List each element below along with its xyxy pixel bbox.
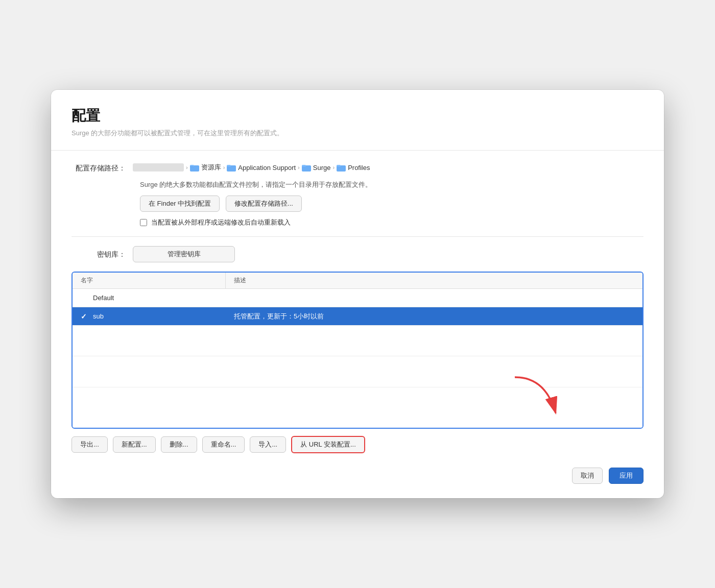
path-segment-library: 资源库 [190, 163, 221, 172]
page-title: 配置 [72, 106, 644, 126]
surge-label: Surge [313, 164, 331, 172]
blurred-path [133, 163, 184, 172]
cell-name-default: ✓ Default [73, 290, 226, 306]
change-path-button[interactable]: 修改配置存储路径... [226, 195, 302, 212]
appsupport-label: Application Support [238, 164, 296, 172]
folder-icon-appsupport [227, 164, 236, 172]
col-header-name: 名字 [73, 273, 226, 288]
auto-reload-row: 当配置被从外部程序或远端修改后自动重新载入 [140, 218, 644, 227]
arrow-indicator [499, 372, 571, 423]
action-buttons-row: 导出... 新配置... 删除... 重命名... 导入... 从 URL 安装… [72, 436, 644, 453]
arrow-area [73, 387, 642, 428]
table-row[interactable]: ✓ Default [73, 289, 642, 307]
manage-keychain-button[interactable]: 管理密钥库 [133, 246, 235, 262]
svg-rect-2 [190, 165, 194, 166]
path-segment-profiles: Profiles [337, 164, 370, 172]
path-breadcrumb: › 资源库 › [133, 163, 370, 172]
finder-button[interactable]: 在 Finder 中找到配置 [140, 195, 220, 212]
delete-button[interactable]: 删除... [161, 436, 197, 453]
auto-reload-label: 当配置被从外部程序或远端修改后自动重新载入 [151, 218, 291, 227]
profiles-label: Profiles [348, 164, 370, 172]
svg-rect-4 [227, 165, 231, 166]
export-button[interactable]: 导出... [72, 436, 108, 453]
cell-desc-default [226, 294, 642, 302]
svg-rect-6 [302, 165, 306, 166]
new-config-button[interactable]: 新配置... [113, 436, 156, 453]
auto-reload-checkbox[interactable] [140, 219, 147, 226]
folder-icon-library [190, 164, 199, 172]
table-row[interactable]: ✓ sub 托管配置，更新于：5小时以前 [73, 307, 642, 326]
path-segment-blurred [133, 163, 184, 172]
cell-desc-sub: 托管配置，更新于：5小时以前 [226, 308, 642, 325]
empty-row-1 [73, 326, 642, 356]
active-checkmark-sub: ✓ [81, 312, 89, 321]
table-header: 名字 描述 [73, 273, 642, 289]
apply-button[interactable]: 应用 [609, 468, 644, 484]
keychain-row: 密钥库： 管理密钥库 [72, 246, 644, 262]
folder-icon-profiles [337, 164, 346, 172]
profiles-table: 名字 描述 ✓ Default ✓ sub 托管配置，更新于：5小时以前 [72, 272, 644, 429]
path-row: 配置存储路径： › 资源库 › [72, 163, 644, 173]
bottom-buttons: 取消 应用 [72, 463, 644, 484]
install-url-button[interactable]: 从 URL 安装配置... [291, 436, 365, 453]
rename-button[interactable]: 重命名... [202, 436, 245, 453]
mid-divider [72, 236, 644, 237]
path-hint: Surge 的绝大多数功能都由配置文件控制，请指定一个目录用于存放配置文件。 [140, 180, 644, 189]
library-label: 资源库 [201, 163, 221, 172]
active-checkmark-default: ✓ [81, 294, 89, 302]
settings-dialog: 配置 Surge 的大部分功能都可以被配置式管理，可在这里管理所有的配置式。 配… [51, 90, 664, 498]
cell-name-sub: ✓ sub [73, 308, 226, 325]
page-subtitle: Surge 的大部分功能都可以被配置式管理，可在这里管理所有的配置式。 [72, 129, 644, 138]
folder-icon-surge [302, 164, 311, 172]
cancel-button[interactable]: 取消 [572, 468, 603, 484]
svg-rect-8 [337, 165, 341, 166]
path-buttons-row: 在 Finder 中找到配置 修改配置存储路径... [140, 195, 644, 212]
path-label: 配置存储路径： [72, 163, 133, 173]
path-segment-appsupport: Application Support [227, 164, 296, 172]
path-segment-surge: Surge [302, 164, 331, 172]
col-header-description: 描述 [226, 273, 642, 288]
import-button[interactable]: 导入... [250, 436, 286, 453]
keychain-label: 密钥库： [72, 249, 133, 259]
top-divider [51, 150, 664, 151]
